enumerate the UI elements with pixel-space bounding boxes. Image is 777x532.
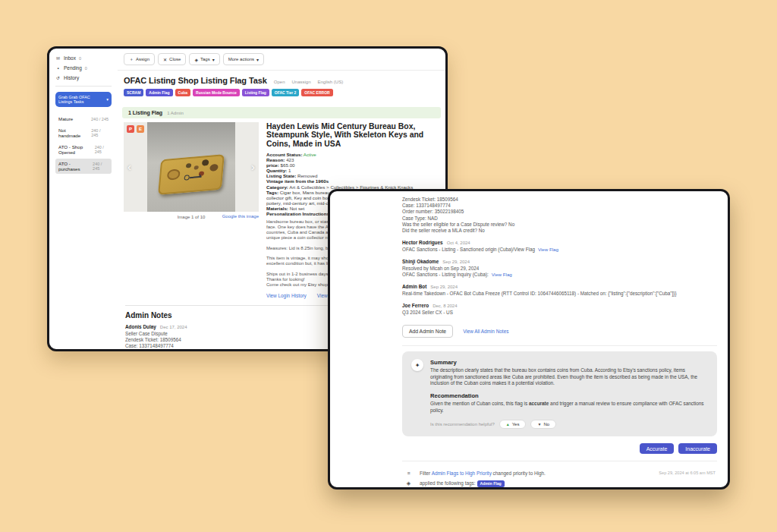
activity-text: applied the following tags:Admin Flag: [420, 480, 505, 487]
field-label: Listing State:: [266, 173, 296, 178]
tags-button[interactable]: ◈ Tags ▾: [189, 53, 219, 65]
close-button[interactable]: ✕ Close: [158, 53, 186, 65]
badge-russian-mode-bounce[interactable]: Russian Mode Bounce: [193, 89, 240, 96]
field-listing-state: Listing State: Removed: [266, 173, 439, 178]
queue-item-ato-shop-opened[interactable]: ATO - Shop Opened 240 / 245: [55, 142, 112, 157]
field-label: price:: [266, 162, 279, 168]
listing-title: Hayden Lewis Mid Century Bureau Box, Ste…: [266, 122, 439, 149]
note-body: Real-time Takedown - OFAC Bot Cuba Freez…: [402, 291, 717, 297]
task-header: OFAC Listing Shop Listing Flag Task Open…: [118, 71, 445, 87]
activity-text: Filter Admin Flags to High Priority chan…: [420, 470, 546, 477]
sidebar-item-history[interactable]: ↺ History: [55, 75, 112, 80]
pending-icon: ▪: [55, 66, 61, 71]
unassign-link[interactable]: Unassign: [292, 80, 311, 84]
badge-admin-flag[interactable]: Admin Flag: [146, 89, 172, 96]
photo-badge-e: E: [137, 125, 144, 133]
assign-icon: ＋: [129, 56, 134, 63]
rec-prefix: Given the mention of Cuban coins, this f…: [430, 401, 529, 406]
field-label: Materials:: [266, 206, 288, 211]
sidebar-item-pending[interactable]: ▪ Pending 0: [55, 65, 112, 71]
accurate-button[interactable]: Accurate: [640, 443, 675, 454]
image-carousel: P E ‹ › Image 1 of 10 Google this image: [124, 122, 259, 298]
field-vintage: Vintage item from the 1960s: [266, 178, 439, 184]
section-divider: [402, 461, 717, 461]
chevron-down-icon: ▾: [212, 57, 215, 62]
admin-flag-badge: Admin Flag: [477, 480, 505, 487]
badge-scram[interactable]: SCRAM: [124, 89, 143, 96]
add-admin-note-button[interactable]: Add Admin Note: [402, 325, 453, 338]
status-open: Open: [274, 80, 285, 84]
badge-listing-flag[interactable]: Listing Flag: [242, 89, 269, 96]
helpful-yes-button[interactable]: ▲Yes: [499, 420, 527, 429]
sidebar-divider: [55, 86, 112, 87]
helpful-no-button[interactable]: ▼No: [530, 420, 556, 429]
view-flag-link[interactable]: View Flag: [492, 272, 512, 277]
filter-link[interactable]: Admin Flags to High Priority: [432, 471, 492, 476]
admin-note: Admin BotSep 29, 2024 Real-time Takedown…: [402, 284, 717, 297]
activity-event-tags: ◈ applied the following tags:Admin Flag: [402, 480, 717, 490]
coin: [167, 168, 181, 181]
no-label: No: [543, 422, 549, 427]
inbox-count: 0: [79, 56, 81, 61]
tag-badges: SCRAM Admin Flag Cuba Russian Mode Bounc…: [118, 87, 445, 96]
note-date: Sep 29, 2024: [442, 260, 470, 264]
tag-icon: ◈: [194, 57, 198, 62]
pending-label: Pending: [64, 65, 82, 71]
badge-cuba[interactable]: Cuba: [175, 89, 191, 96]
note-date: Oct 4, 2024: [447, 241, 470, 245]
field-value: Not set: [290, 206, 305, 211]
view-flag-link[interactable]: View Flag: [538, 247, 558, 252]
note-text: OFAC Sanctions - Listing - Sanctioned or…: [402, 247, 535, 252]
chevron-down-icon: ▾: [256, 57, 259, 62]
assign-button[interactable]: ＋ Assign: [124, 53, 155, 65]
more-actions-button[interactable]: More actions ▾: [223, 53, 264, 65]
yes-label: Yes: [512, 422, 520, 427]
queue-label: ATO - purchases: [58, 161, 90, 172]
grab-tasks-label: Grab Grab OFAC Listings Tasks: [58, 95, 105, 104]
note-body-continued: Zendesk Ticket: 18509564 Case: 133714849…: [402, 197, 717, 234]
photo-badge-p: P: [127, 125, 134, 133]
skeleton-key-bit: [200, 174, 201, 178]
note-date: Dec 17, 2024: [160, 325, 187, 329]
badge-ofac-tier-2[interactable]: OFAC Tier 2: [272, 89, 300, 96]
assign-label: Assign: [136, 57, 149, 61]
queue-item-ato-purchases[interactable]: ATO - purchases 240 / 245: [55, 159, 112, 174]
admin-count: 1 Admin: [167, 111, 184, 115]
grab-tasks-button[interactable]: Grab Grab OFAC Listings Tasks ▾: [55, 92, 112, 107]
activity-post: applied the following tags:: [420, 480, 476, 486]
note-text: OFAC Sanctions - Listing Inquiry (Cuba):: [402, 272, 489, 277]
listing-flag-count: 1 Listing Flag: [128, 110, 162, 115]
helpful-label: Is this recommendation helpful?: [430, 422, 495, 427]
close-icon: ✕: [163, 57, 167, 62]
field-quantity: Quantity: 1: [266, 168, 439, 173]
field-value: Removed: [297, 173, 317, 178]
chevron-down-icon: ▾: [106, 97, 109, 102]
field-label: Vintage item from the 1960s: [266, 178, 329, 184]
carousel-next-button[interactable]: ›: [251, 160, 255, 172]
field-account-status: Account Status: Active: [266, 152, 439, 157]
badge-ofac-error[interactable]: OFAC ERROR: [301, 89, 332, 96]
activity-post: changed priority to High.: [492, 471, 546, 476]
language-selector[interactable]: English (US): [318, 80, 344, 84]
queue-count: 240 / 245: [95, 145, 109, 154]
more-actions-label: More actions: [228, 57, 254, 61]
image-counter: Image 1 of 10: [178, 215, 206, 219]
carousel-prev-button[interactable]: ‹: [127, 160, 131, 172]
activity-event-priority: ≡ Filter Admin Flags to High Priority ch…: [402, 467, 717, 480]
field-label: Quantity:: [266, 168, 287, 173]
queue-item-mature[interactable]: Mature 240 / 245: [55, 114, 112, 124]
google-image-link[interactable]: Google this image: [222, 214, 259, 219]
queue-item-not-handmade[interactable]: Not handmade 240 / 245: [55, 125, 112, 140]
summary-heading: Summary: [430, 359, 708, 366]
thumbs-down-icon: ▼: [537, 422, 541, 427]
inaccurate-button[interactable]: Inaccurate: [678, 443, 717, 454]
note-author: Hector Rodrigues: [402, 240, 443, 245]
summary-text: The description clearly states that the …: [430, 367, 708, 386]
view-login-history-link[interactable]: View Login History: [266, 293, 307, 298]
activity-pre: Filter: [420, 471, 432, 476]
note-body: Resolved by Micah on Sep 29, 2024OFAC Sa…: [402, 266, 717, 278]
sidebar-item-inbox[interactable]: ✉ Inbox 0: [55, 55, 112, 61]
view-all-admin-notes-link[interactable]: View All Admin Notes: [463, 329, 508, 334]
queue-label: ATO - Shop Opened: [58, 144, 93, 155]
thumbs-up-icon: ▲: [506, 422, 510, 427]
